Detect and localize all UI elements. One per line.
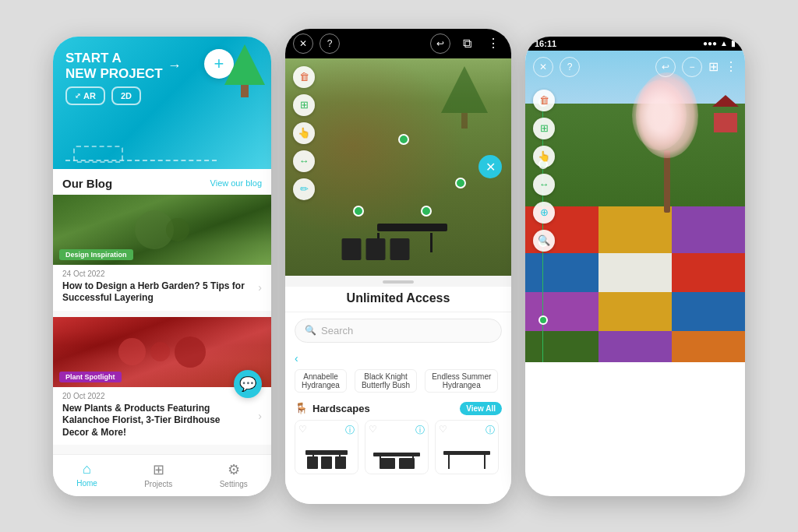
hardscapes-title: 🪑 Hardscapes: [295, 402, 370, 414]
2d-mode-button[interactable]: 2D: [111, 86, 141, 105]
blog-content-2: 20 Oct 2022 New Plants & Products Featur…: [53, 387, 271, 446]
furniture-item-1[interactable]: ♡ ⓘ: [295, 420, 358, 474]
phone2-top-bar: ✕ ? ↩ ⧉ ⋮: [285, 29, 511, 58]
undo-button-p3[interactable]: ↩: [655, 57, 676, 77]
blog-tag-1: Design Inspiration: [59, 249, 133, 260]
status-indicators: ●●● ▲ ▮: [703, 39, 736, 48]
subtract-button-p3[interactable]: −: [682, 57, 702, 77]
phone2-ar-area: 🗑 ⊞ 👆 ↔ ✏ ✕: [285, 58, 511, 276]
projects-icon: ⊞: [153, 461, 164, 478]
arrow-icon: →: [168, 58, 182, 74]
undo-button[interactable]: ↩: [430, 33, 450, 54]
settings-icon: ⚙: [228, 461, 240, 478]
nav-home[interactable]: ⌂ Home: [76, 461, 97, 488]
gesture-button-p3[interactable]: 👆: [533, 146, 555, 167]
blog-content-1: 24 Oct 2022 How to Design a Herb Garden?…: [53, 265, 271, 311]
hardscapes-icon: 🪑: [295, 402, 308, 414]
blog-tag-2: Plant Spotlight: [59, 372, 122, 382]
tree-decoration: [224, 44, 265, 107]
phone1-body: Our Blog View our blog Design Inspiratio…: [53, 169, 271, 454]
phone3-left-toolbar: 🗑 ⊞ 👆 ↔ ⊕ 🔍: [533, 90, 555, 252]
blog-date-1: 24 Oct 2022: [62, 270, 262, 278]
chip-black-knight[interactable]: Black KnightButterfly Bush: [355, 369, 417, 393]
heart-icon-2[interactable]: ♡: [369, 424, 377, 437]
info-icon-2[interactable]: ⓘ: [415, 424, 425, 437]
more-button[interactable]: ⋮: [483, 33, 503, 54]
handle-bar: [383, 280, 414, 284]
ar-background: [285, 58, 511, 276]
panel-title: Unlimited Access: [285, 287, 511, 312]
background-roof: [712, 95, 739, 107]
flip-button[interactable]: ⧉: [457, 33, 477, 54]
phone1: START A NEW PROJECT → ⤢ AR 2D +: [53, 37, 271, 496]
top-bar-left-icons: ✕ ?: [293, 33, 340, 54]
nav-projects[interactable]: ⊞ Projects: [144, 461, 172, 488]
delete-tool-button[interactable]: 🗑: [293, 66, 315, 88]
panel-breadcrumb: ‹: [285, 349, 511, 365]
bottom-sheet-handle[interactable]: [285, 276, 511, 287]
chip-endless-summer[interactable]: Endless SummerHydrangea: [425, 369, 498, 393]
furniture-item-3[interactable]: ♡ ⓘ: [435, 420, 499, 474]
ar-close-button[interactable]: ✕: [478, 155, 502, 178]
furniture-item-2[interactable]: ♡ ⓘ: [365, 420, 429, 474]
duplicate-button-p3[interactable]: ⊞: [533, 118, 555, 139]
panel-items-row: ♡ ⓘ: [285, 420, 511, 482]
search-placeholder: Search: [321, 325, 353, 336]
scale-tool-button[interactable]: ↔: [293, 150, 315, 172]
info-icon-3[interactable]: ⓘ: [486, 424, 495, 437]
item-actions-2: ♡ ⓘ: [369, 424, 425, 437]
delete-button-p3[interactable]: 🗑: [533, 90, 555, 111]
background-building: [714, 113, 737, 132]
dashed-path: [65, 160, 217, 161]
blog-post-title-1: How to Design a Herb Garden? 5 Tips for …: [62, 280, 262, 305]
nav-settings[interactable]: ⚙ Settings: [220, 461, 248, 488]
search-bar[interactable]: 🔍 Search: [295, 319, 502, 343]
hardscapes-section-header: 🪑 Hardscapes View All: [285, 399, 511, 420]
item-actions-3: ♡ ⓘ: [439, 424, 495, 437]
top-right-controls: ↩ − ⊞ ⋮: [655, 57, 737, 77]
blog-card-1[interactable]: Design Inspiration 24 Oct 2022 How to De…: [53, 195, 271, 311]
top-left-controls: ✕ ?: [533, 57, 580, 77]
search-icon: 🔍: [305, 325, 316, 336]
status-time: 16:11: [535, 39, 556, 48]
blog-title: Our Blog: [62, 177, 112, 190]
layers-button-p3[interactable]: ⊕: [533, 202, 555, 224]
view-all-button[interactable]: View All: [460, 402, 502, 415]
help-button-p3[interactable]: ?: [560, 57, 580, 77]
phone3-ar-area: ✕ ? ↩ − ⊞ ⋮ 🗑 ⊞ 👆: [525, 51, 745, 496]
phone1-header: START A NEW PROJECT → ⤢ AR 2D +: [53, 37, 271, 169]
ar-left-toolbar: 🗑 ⊞ 👆 ↔ ✏: [293, 66, 315, 200]
duplicate-tool-button[interactable]: ⊞: [293, 94, 315, 116]
signal-icon: ●●●: [703, 39, 717, 48]
flip-button-p3[interactable]: ↔: [533, 174, 555, 196]
battery-icon: ▮: [731, 39, 736, 48]
search-plant-button-p3[interactable]: 🔍: [533, 230, 555, 252]
ar-icon: ⤢: [75, 92, 81, 100]
close-button[interactable]: ✕: [293, 33, 313, 54]
plant-chips: AnnabelleHydrangea Black KnightButterfly…: [285, 365, 511, 399]
ar-mode-button[interactable]: ⤢ AR: [65, 86, 105, 105]
help-button[interactable]: ?: [320, 33, 340, 54]
top-bar-right-icons: ↩ ⧉ ⋮: [430, 33, 503, 54]
blog-img-herbs: Design Inspiration: [53, 195, 271, 265]
heart-icon-3[interactable]: ♡: [439, 424, 447, 437]
anchor-dot-bottom: [538, 315, 548, 325]
info-icon-1[interactable]: ⓘ: [345, 424, 355, 437]
view-blog-link[interactable]: View our blog: [210, 178, 262, 188]
edit-tool-button[interactable]: ✏: [293, 178, 315, 200]
heart-icon-1[interactable]: ♡: [298, 424, 307, 437]
wifi-icon: ▲: [720, 39, 728, 48]
gallery-button-p3[interactable]: ⊞: [708, 59, 719, 74]
more-button-p3[interactable]: ⋮: [725, 59, 737, 74]
chip-annabelle[interactable]: AnnabelleHydrangea: [295, 369, 347, 393]
chevron-right-icon-1: ›: [258, 281, 262, 294]
gesture-tool-button[interactable]: 👆: [293, 122, 315, 144]
back-chevron-icon[interactable]: ‹: [295, 352, 298, 365]
item-actions-1: ♡ ⓘ: [298, 424, 355, 437]
phone3: 16:11 ●●● ▲ ▮: [525, 37, 745, 496]
screenshot-container: START A NEW PROJECT → ⤢ AR 2D +: [0, 0, 798, 532]
phone2: ✕ ? ↩ ⧉ ⋮: [285, 29, 511, 504]
close-button-p3[interactable]: ✕: [533, 57, 553, 77]
blog-card-2[interactable]: Plant Spotlight 20 Oct 2022 New Plants &…: [53, 317, 271, 446]
phone2-panel: Unlimited Access 🔍 Search ‹ AnnabelleHyd…: [285, 287, 511, 504]
